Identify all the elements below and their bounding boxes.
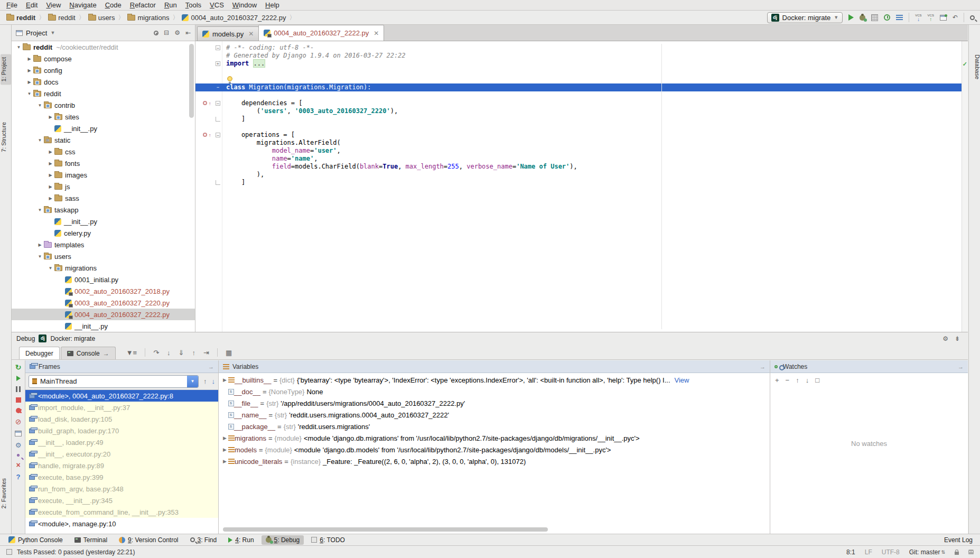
menu-item-run[interactable]: Run [160, 1, 181, 10]
chevron-collapsed-icon[interactable]: ▶ [36, 243, 44, 247]
toolwindow-button-debug[interactable]: 5: Debug [262, 535, 304, 545]
fold-marker-icon[interactable] [216, 180, 220, 185]
chevron-expanded-icon[interactable]: ▼ [46, 266, 54, 271]
vcsball-icon[interactable] [119, 537, 125, 543]
chevron-collapsed-icon[interactable]: ▶ [46, 184, 54, 189]
settings-icon[interactable]: ⚙ [942, 335, 948, 342]
toolwindow-button-terminal[interactable]: Terminal [70, 535, 111, 545]
view-link[interactable]: View [675, 376, 689, 384]
code-line[interactable]: name='name', [195, 155, 962, 163]
fold-marker-icon[interactable] [216, 117, 220, 122]
force-step-into-icon[interactable]: ⇓ [179, 349, 184, 357]
menu-item-window[interactable]: Window [228, 1, 261, 10]
menu-item-file[interactable]: File [2, 1, 22, 10]
run-configuration-select[interactable]: dj Docker: migrate ▼ [767, 12, 843, 23]
chevron-expanded-icon[interactable]: ▼ [36, 208, 44, 212]
error-stripe[interactable]: ✓ [962, 41, 968, 332]
chevron-expanded-icon[interactable]: ▼ [36, 138, 44, 143]
py-icon[interactable] [54, 218, 61, 225]
folder-icon[interactable] [54, 196, 62, 201]
code-line[interactable]: ('users', '0003_auto_20160327_2220'), [195, 107, 962, 115]
variable-item[interactable]: __file__={str}'/app/reddit/users/migrati… [219, 397, 770, 409]
code-line[interactable]: +import ... [195, 60, 962, 68]
pkg-icon[interactable] [44, 103, 52, 108]
code-line[interactable] [195, 76, 962, 83]
chevron-expanded-icon[interactable]: ▼ [25, 91, 33, 96]
step-over-icon[interactable]: ↷ [153, 349, 159, 357]
resume-icon[interactable] [16, 376, 21, 381]
folder-icon[interactable] [48, 15, 56, 21]
step-into-icon[interactable]: ↓ [167, 349, 171, 357]
chevron-expanded-icon[interactable]: ▼ [36, 103, 44, 108]
tree-item[interactable]: ▶fonts [12, 157, 195, 169]
pyl-icon[interactable] [65, 288, 72, 295]
pyl-icon[interactable] [65, 300, 72, 306]
tree-item[interactable]: ▶config [12, 64, 195, 76]
console-icon[interactable] [67, 351, 73, 356]
folder-icon[interactable] [6, 15, 14, 21]
variable-item[interactable]: __name__={str}'reddit.users.migrations.0… [219, 409, 770, 421]
thread-select[interactable]: MainThread ▼ [29, 375, 199, 388]
lock-icon[interactable] [955, 552, 959, 555]
breadcrumb-item[interactable]: reddit [5, 14, 36, 22]
fold-marker-icon[interactable]: − [216, 85, 220, 90]
file-encoding[interactable]: UTF-8 [882, 548, 900, 556]
tree-item[interactable]: celery.py [12, 227, 195, 239]
tree-item[interactable]: ▼static [12, 134, 195, 146]
locate-icon[interactable] [154, 31, 158, 35]
run-icon[interactable] [848, 14, 854, 21]
frame-item[interactable]: <module>, 0004_auto_20160327_2222.py:8 [25, 390, 218, 402]
variable-item[interactable]: ▶migrations={module}<module 'django.db.m… [219, 432, 770, 444]
folder-icon[interactable] [33, 56, 41, 62]
tree-item[interactable]: ▶sass [12, 192, 195, 204]
tree-item[interactable]: 0001_initial.py [12, 274, 195, 285]
pin-icon[interactable] [17, 454, 20, 457]
chevron-collapsed-icon[interactable]: ▶ [25, 68, 33, 73]
tree-item[interactable]: 0003_auto_20160327_2220.py [12, 297, 195, 309]
code-line[interactable]: ), [195, 171, 962, 179]
editor-tab[interactable]: models.py✕ [197, 26, 259, 41]
tree-item[interactable]: ▼reddit [12, 88, 195, 99]
chevron-collapsed-icon[interactable]: ▶ [221, 377, 228, 383]
menu-item-help[interactable]: Help [261, 1, 284, 10]
profiler-icon[interactable] [884, 14, 890, 21]
code-line[interactable] [195, 68, 962, 76]
add-icon[interactable]: + [775, 376, 779, 384]
breadcrumb-item[interactable]: users [87, 14, 116, 22]
code-line[interactable]: − operations = [ [195, 131, 962, 139]
frame-item[interactable]: execute, base.py:399 [25, 471, 218, 483]
frame-item[interactable]: <module>, manage.py:10 [25, 518, 218, 529]
chevron-collapsed-icon[interactable]: ▶ [46, 150, 54, 154]
remove-icon[interactable]: − [786, 376, 790, 384]
code-line[interactable]: − dependencies = [ [195, 99, 962, 107]
toolwindow-button-run[interactable]: 4: Run [224, 535, 258, 545]
settings-icon[interactable]: ⚙ [174, 29, 180, 36]
variable-item[interactable]: ▶__builtins__={dict}{'bytearray': <type … [219, 374, 770, 386]
collapse-icon[interactable]: ⊟ [164, 29, 169, 36]
vcs-update-icon[interactable]: VCS↓ [915, 14, 921, 21]
py-icon[interactable] [8, 536, 15, 543]
pkg-icon[interactable] [33, 68, 41, 73]
py-icon[interactable] [54, 125, 61, 132]
bug-icon[interactable] [266, 537, 272, 543]
fold-marker-icon[interactable]: − [216, 101, 220, 106]
static-icon[interactable] [44, 137, 52, 143]
menu-item-navigate[interactable]: Navigate [65, 1, 100, 10]
chevron-collapsed-icon[interactable]: ▶ [46, 173, 54, 178]
down-icon[interactable]: ↓ [806, 376, 809, 384]
menu-item-code[interactable]: Code [101, 1, 126, 10]
hide-icon[interactable]: ⇤ [185, 29, 191, 36]
tree-item[interactable]: __init__.py [12, 320, 195, 332]
code-line[interactable]: # Generated by Django 1.9.4 on 2016-03-2… [195, 52, 962, 60]
line-ending[interactable]: LF [865, 548, 872, 556]
hector-icon[interactable] [968, 550, 974, 554]
git-branch[interactable]: Git: master [909, 548, 940, 556]
code-line[interactable]: ] [195, 179, 962, 187]
debug-tab-debugger[interactable]: Debugger [19, 347, 60, 359]
coverage-icon[interactable] [871, 14, 878, 21]
caret-position[interactable]: 8:1 [846, 548, 855, 556]
pyl-icon[interactable] [65, 311, 72, 318]
py-icon[interactable] [54, 230, 61, 237]
vcs-commit-icon[interactable]: VCS↑ [928, 14, 934, 21]
sidebar-item-favorites[interactable]: 2: Favorites [1, 475, 11, 512]
